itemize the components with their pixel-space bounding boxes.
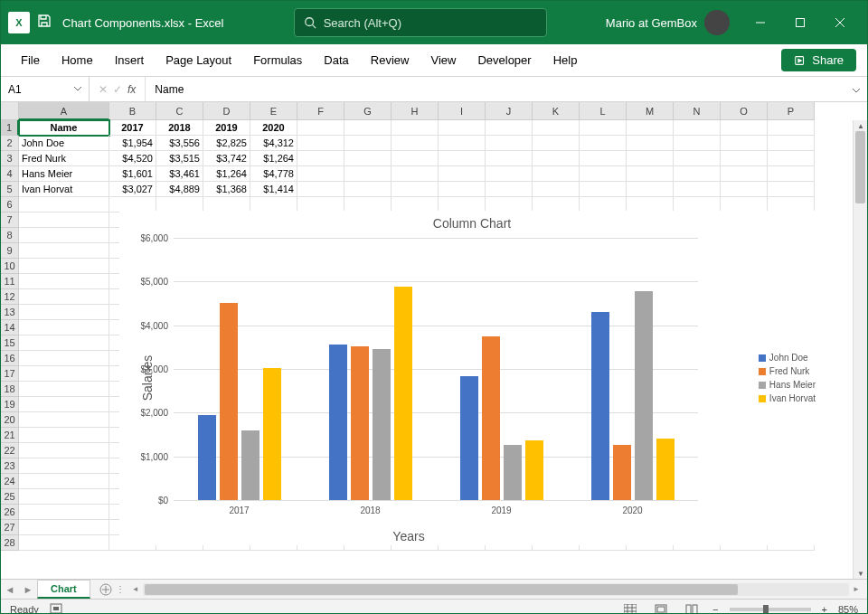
confirm-icon[interactable]: ✓ (113, 83, 122, 96)
cell[interactable] (19, 366, 109, 382)
ribbon-tab-developer[interactable]: Developer (468, 48, 540, 72)
cell[interactable] (674, 136, 721, 151)
zoom-level[interactable]: 85% (838, 604, 858, 615)
cell[interactable]: 2019 (203, 120, 250, 136)
cell[interactable] (674, 151, 721, 166)
row-header[interactable]: 20 (1, 412, 19, 428)
cell[interactable] (297, 166, 344, 182)
row-header[interactable]: 21 (1, 428, 19, 443)
zoom-in-button[interactable]: + (822, 604, 827, 615)
cell[interactable]: $4,312 (250, 136, 297, 151)
cell[interactable] (19, 243, 109, 259)
cell[interactable] (19, 335, 109, 351)
row-header[interactable]: 22 (1, 443, 19, 458)
cell[interactable]: Fred Nurk (19, 151, 109, 166)
row-header[interactable]: 18 (1, 382, 19, 397)
chart-object[interactable]: Column Chart Salaries $0$1,000$2,000$3,0… (119, 211, 825, 545)
bar[interactable] (460, 376, 478, 500)
row-header[interactable]: 12 (1, 289, 19, 305)
cell[interactable] (19, 197, 109, 213)
column-header[interactable]: M (627, 102, 674, 120)
bar[interactable] (656, 439, 675, 500)
cell[interactable] (392, 151, 439, 166)
cell[interactable] (580, 120, 627, 136)
ribbon-tab-data[interactable]: Data (315, 48, 357, 72)
cell[interactable]: $1,954 (109, 136, 156, 151)
bar[interactable] (329, 345, 347, 500)
search-input[interactable]: Search (Alt+Q) (294, 8, 547, 37)
cell[interactable] (627, 166, 674, 182)
cell[interactable] (19, 397, 109, 412)
cell[interactable]: Hans Meier (19, 166, 109, 182)
row-header[interactable]: 6 (1, 197, 19, 213)
bar[interactable] (263, 368, 281, 500)
cell[interactable] (19, 474, 109, 489)
cell[interactable] (19, 443, 109, 458)
column-header[interactable]: F (297, 102, 344, 120)
column-header[interactable]: H (392, 102, 439, 120)
column-header[interactable]: E (250, 102, 297, 120)
row-header[interactable]: 1 (1, 120, 19, 136)
save-icon[interactable] (37, 14, 52, 32)
cell[interactable] (768, 136, 815, 151)
cell[interactable]: 2018 (156, 120, 203, 136)
cell[interactable] (19, 289, 109, 305)
cell[interactable] (721, 120, 768, 136)
column-header[interactable]: D (203, 102, 250, 120)
cell[interactable]: $3,556 (156, 136, 203, 151)
row-header[interactable]: 19 (1, 397, 19, 412)
cell[interactable] (768, 182, 815, 197)
bar[interactable] (613, 445, 631, 500)
cell[interactable] (627, 136, 674, 151)
scroll-up-icon[interactable]: ▲ (854, 120, 868, 131)
column-header[interactable]: P (768, 102, 815, 120)
row-header[interactable]: 2 (1, 136, 19, 151)
cell[interactable]: $3,027 (109, 182, 156, 197)
cell[interactable]: $4,778 (250, 166, 297, 182)
ribbon-tab-view[interactable]: View (421, 48, 465, 72)
cell[interactable] (580, 182, 627, 197)
cell[interactable] (19, 320, 109, 335)
cell[interactable] (721, 151, 768, 166)
cell[interactable]: $3,742 (203, 151, 250, 166)
row-header[interactable]: 27 (1, 520, 19, 535)
bar[interactable] (373, 349, 391, 500)
ribbon-tab-file[interactable]: File (12, 48, 49, 72)
horizontal-scrollbar[interactable]: ⋮ ◄ ► (116, 583, 867, 596)
cell[interactable] (486, 151, 533, 166)
cell[interactable] (344, 120, 392, 136)
cell[interactable]: $3,461 (156, 166, 203, 182)
row-header[interactable]: 24 (1, 474, 19, 489)
cell[interactable] (392, 136, 439, 151)
cell[interactable] (19, 259, 109, 274)
bar[interactable] (351, 346, 369, 500)
cell[interactable] (297, 120, 344, 136)
row-header[interactable]: 3 (1, 151, 19, 166)
zoom-out-button[interactable]: − (712, 604, 718, 615)
cell[interactable] (533, 120, 580, 136)
cell[interactable] (344, 182, 392, 197)
scroll-down-icon[interactable]: ▼ (854, 568, 868, 579)
cell[interactable] (674, 166, 721, 182)
ribbon-tab-help[interactable]: Help (544, 48, 587, 72)
avatar[interactable] (704, 10, 730, 35)
cell[interactable] (439, 151, 486, 166)
cell[interactable] (297, 136, 344, 151)
minimize-button[interactable] (741, 1, 780, 44)
name-box[interactable]: A1 (1, 77, 90, 101)
share-button[interactable]: Share (781, 49, 856, 71)
cell[interactable]: John Doe (19, 136, 109, 151)
row-header[interactable]: 28 (1, 535, 19, 551)
cell[interactable] (19, 458, 109, 474)
vertical-scrollbar[interactable]: ▲ ▼ (853, 120, 867, 579)
row-header[interactable]: 17 (1, 366, 19, 382)
maximize-button[interactable] (780, 1, 820, 44)
cell[interactable] (344, 151, 392, 166)
legend-item[interactable]: Hans Meier (759, 380, 816, 390)
cell[interactable] (768, 151, 815, 166)
cell[interactable] (486, 166, 533, 182)
cell[interactable] (533, 136, 580, 151)
ribbon-tab-page-layout[interactable]: Page Layout (156, 48, 241, 72)
cell[interactable] (533, 151, 580, 166)
cell[interactable]: $4,520 (109, 151, 156, 166)
